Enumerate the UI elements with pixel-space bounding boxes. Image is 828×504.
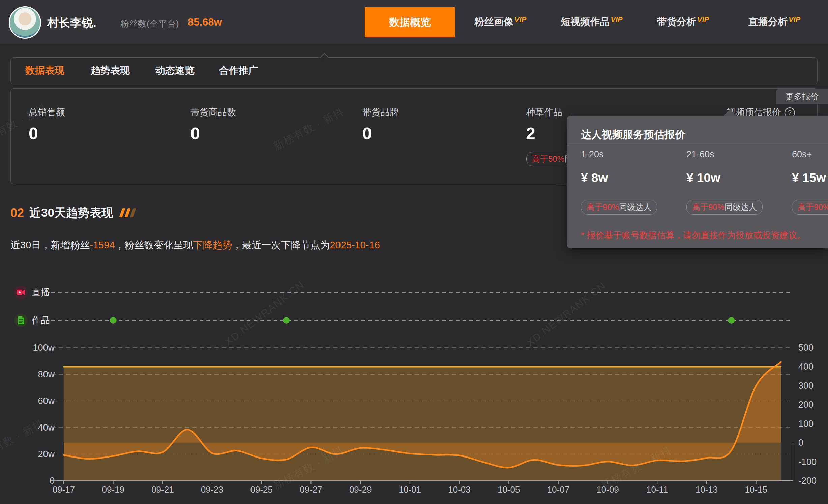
- popup-divider: [567, 145, 828, 145]
- svg-text:20w: 20w: [38, 449, 55, 459]
- svg-text:-100: -100: [798, 457, 817, 467]
- svg-text:10-15: 10-15: [745, 484, 767, 495]
- svg-text:09-27: 09-27: [300, 484, 322, 495]
- popup-rank-pill: 高于90%同级达人: [792, 200, 828, 215]
- svg-text:500: 500: [798, 343, 814, 353]
- badge-highlight: 高于90%: [798, 202, 828, 212]
- svg-text:-200: -200: [798, 476, 817, 486]
- svg-text:10-07: 10-07: [547, 484, 570, 495]
- popup-duration: 60s+: [792, 149, 812, 160]
- svg-text:09-25: 09-25: [250, 484, 273, 495]
- svg-text:80w: 80w: [38, 369, 55, 379]
- popup-footnote: * 报价基于账号数据估算，请勿直接作为投放或投资建议。: [581, 229, 806, 241]
- svg-text:09-29: 09-29: [349, 484, 372, 495]
- video-quote-popup: 达人视频服务预估报价 1-20s¥ 8w高于90%同级达人21-60s¥ 10w…: [567, 116, 828, 248]
- trend-chart: 020w40w60w80w100w-200-100010020030040050…: [0, 0, 828, 504]
- page: 村长李锐. 粉丝数(全平台) 85.68w 数据概览 粉丝画像VIP短视频作品V…: [0, 0, 828, 504]
- badge-highlight: 高于90%: [692, 202, 724, 212]
- svg-text:09-21: 09-21: [151, 484, 174, 495]
- popup-price: ¥ 8w: [581, 171, 608, 185]
- popup-title: 达人视频服务预估报价: [581, 128, 685, 142]
- popup-rank-pill: 高于90%同级达人: [581, 200, 657, 215]
- badge-rest: 同级达人: [724, 202, 757, 212]
- svg-text:100w: 100w: [33, 343, 55, 353]
- badge-rest: 同级达人: [619, 202, 651, 212]
- popup-duration: 1-20s: [581, 149, 604, 160]
- svg-text:10-05: 10-05: [498, 484, 520, 495]
- svg-text:10-11: 10-11: [646, 484, 668, 495]
- popup-rank-badge: 高于90%同级达人: [581, 200, 657, 215]
- svg-text:09-23: 09-23: [201, 484, 224, 495]
- svg-text:09-17: 09-17: [53, 484, 75, 495]
- popup-price: ¥ 15w: [792, 171, 826, 185]
- svg-text:100: 100: [798, 419, 814, 429]
- svg-text:10-01: 10-01: [399, 484, 421, 495]
- svg-text:200: 200: [798, 400, 814, 410]
- popup-price: ¥ 10w: [686, 171, 720, 185]
- popup-rank-badge: 高于90%同级达人: [792, 200, 828, 215]
- svg-text:09-19: 09-19: [102, 484, 124, 495]
- badge-highlight: 高于90%: [587, 202, 619, 212]
- svg-text:400: 400: [798, 361, 814, 372]
- popup-rank-badge: 高于90%同级达人: [686, 200, 763, 215]
- svg-text:10-13: 10-13: [696, 484, 718, 495]
- svg-text:10-03: 10-03: [448, 484, 471, 495]
- svg-text:300: 300: [798, 381, 814, 391]
- popup-duration: 21-60s: [686, 149, 714, 160]
- popup-rank-pill: 高于90%同级达人: [686, 200, 763, 215]
- svg-text:0: 0: [798, 438, 803, 448]
- svg-text:60w: 60w: [38, 396, 55, 406]
